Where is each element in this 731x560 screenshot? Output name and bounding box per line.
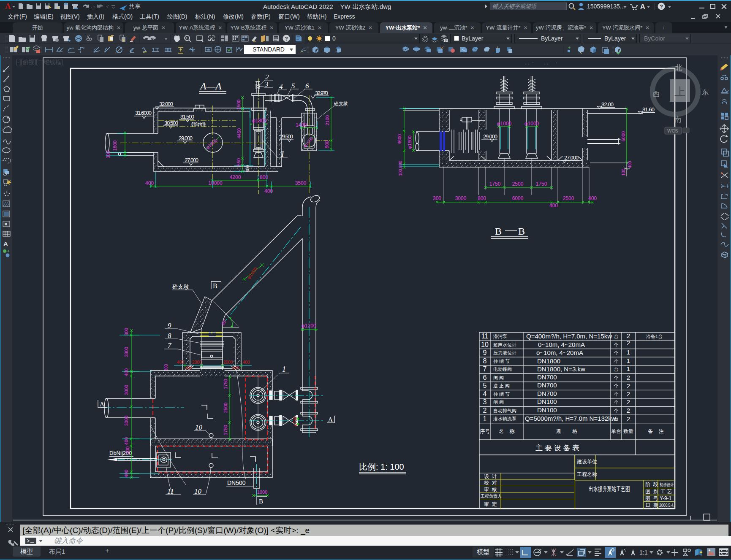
svg-text:φ1800: φ1800: [252, 118, 267, 124]
svg-text:200: 200: [125, 446, 130, 454]
svg-text:800: 800: [478, 195, 486, 201]
svg-text:300: 300: [106, 151, 111, 158]
svg-text:审 核: 审 核: [484, 487, 497, 492]
svg-text:1: 1: [280, 149, 285, 159]
svg-text:10: 10: [481, 341, 489, 348]
svg-text:A—A: A—A: [199, 81, 222, 92]
svg-text:31.6000: 31.6000: [135, 110, 152, 116]
svg-text:5: 5: [291, 82, 295, 90]
svg-text:7: 7: [168, 341, 172, 349]
svg-text:1: 1: [627, 365, 630, 372]
svg-text:设 计: 设 计: [484, 473, 497, 479]
svg-text:φ700: φ700: [293, 417, 298, 427]
svg-text:1750: 1750: [223, 379, 228, 389]
svg-text:A: A: [3, 240, 8, 247]
svg-text:台: 台: [614, 334, 619, 339]
svg-text:建设单位: 建设单位: [576, 459, 597, 465]
svg-text:3: 3: [264, 80, 269, 88]
svg-text:31.500: 31.500: [180, 114, 194, 120]
svg-text:10: 10: [195, 423, 203, 431]
svg-text:29.000: 29.000: [179, 135, 193, 141]
svg-text:2: 2: [627, 339, 630, 346]
svg-text:1: 1: [627, 357, 630, 364]
svg-text:工 艺: 工 艺: [660, 489, 672, 495]
svg-text:个: 个: [614, 400, 619, 405]
svg-text:1750: 1750: [223, 425, 228, 435]
svg-text:潜污泵: 潜污泵: [493, 334, 507, 339]
svg-text:30.500: 30.500: [164, 120, 178, 126]
svg-text:3300: 3300: [124, 347, 129, 357]
svg-text:2: 2: [627, 407, 630, 414]
svg-text:主 要 设 备 表: 主 要 设 备 表: [535, 444, 579, 452]
svg-text:!: !: [699, 553, 700, 557]
svg-text:单台: 单台: [611, 428, 621, 434]
svg-text:100,800: 100,800: [398, 160, 403, 176]
svg-text:9: 9: [483, 349, 487, 356]
svg-text:砼支墩: 砼支墩: [172, 284, 189, 290]
svg-text:压力液位计: 压力液位计: [493, 350, 516, 355]
svg-text:400: 400: [628, 161, 632, 168]
svg-text:(开泵水位): (开泵水位): [191, 122, 206, 127]
svg-text:?: ?: [660, 4, 663, 10]
svg-text:个: 个: [614, 383, 619, 388]
svg-text:2: 2: [627, 382, 630, 390]
svg-text:4600: 4600: [397, 134, 402, 144]
svg-text:1: 1: [627, 349, 630, 356]
svg-text:6: 6: [305, 82, 309, 90]
svg-text:2100: 2100: [325, 115, 330, 125]
svg-text:7: 7: [483, 365, 487, 373]
svg-text:名 称: 名 称: [499, 428, 514, 434]
svg-text:φ1800: φ1800: [205, 138, 218, 150]
svg-text:29.000: 29.000: [483, 133, 497, 140]
svg-text:DN700: DN700: [537, 373, 557, 381]
svg-text:西: 西: [653, 90, 660, 98]
svg-text:个: 个: [614, 375, 619, 380]
svg-text:±: ±: [185, 36, 188, 40]
svg-text:工程名称: 工程名称: [577, 471, 597, 477]
svg-text:800: 800: [164, 364, 168, 371]
svg-text:图 号: 图 号: [645, 495, 658, 501]
svg-text:300: 300: [124, 328, 129, 335]
svg-text:29.500: 29.500: [280, 133, 293, 140]
svg-text:共享: 共享: [129, 3, 141, 10]
svg-text:400: 400: [145, 180, 154, 186]
svg-text:审 定: 审 定: [484, 501, 497, 507]
svg-text:400: 400: [264, 188, 273, 194]
svg-text:伸 缩 节: 伸 缩 节: [493, 392, 510, 397]
svg-text:初步设计: 初步设计: [660, 482, 674, 487]
svg-text:2000.5.4.: 2000.5.4.: [659, 503, 674, 508]
svg-text:工程负责人: 工程负责人: [481, 494, 502, 498]
svg-text:4450: 4450: [236, 128, 242, 138]
svg-text:数量: 数量: [623, 428, 633, 434]
svg-text:3000: 3000: [124, 416, 129, 426]
svg-text:STANDARD: STANDARD: [253, 46, 285, 53]
svg-text:2: 2: [483, 407, 487, 414]
svg-text:DN100: DN100: [537, 406, 557, 414]
svg-text:个: 个: [614, 359, 619, 364]
svg-text:400: 400: [124, 470, 129, 477]
svg-text:比例: 1: 100: 比例: 1: 100: [359, 462, 404, 471]
svg-text:3500: 3500: [295, 180, 307, 186]
svg-text:B: B: [213, 282, 217, 289]
svg-text:10000: 10000: [208, 180, 223, 186]
svg-text:400: 400: [124, 437, 129, 445]
svg-text:东: 东: [702, 88, 709, 96]
svg-text:5: 5: [483, 382, 487, 389]
svg-text:φ1000: φ1000: [246, 266, 258, 280]
svg-text:2: 2: [627, 390, 630, 398]
svg-text:o~10m, 4~20mA: o~10m, 4~20mA: [536, 349, 583, 356]
svg-text:2: 2: [627, 398, 630, 406]
svg-text:x: x: [83, 46, 84, 50]
svg-text:冷备1台: 冷备1台: [646, 334, 663, 339]
svg-text:1800: 1800: [112, 141, 117, 151]
svg-text:序号: 序号: [480, 428, 490, 434]
svg-text:Q=400m?/h, H=7.0m, N=15kw: Q=400m?/h, H=7.0m, N=15kw: [526, 333, 612, 340]
svg-text:6: 6: [483, 374, 487, 381]
svg-text:27.000: 27.000: [564, 154, 579, 161]
svg-text:DN1800: DN1800: [537, 357, 560, 365]
svg-text:北: 北: [675, 64, 682, 72]
svg-text:4: 4: [483, 390, 487, 398]
svg-text:[-][俯视][二维线框]: [-][俯视][二维线框]: [16, 59, 63, 65]
svg-text:个: 个: [614, 392, 619, 397]
svg-text:φ1000: φ1000: [497, 121, 512, 127]
